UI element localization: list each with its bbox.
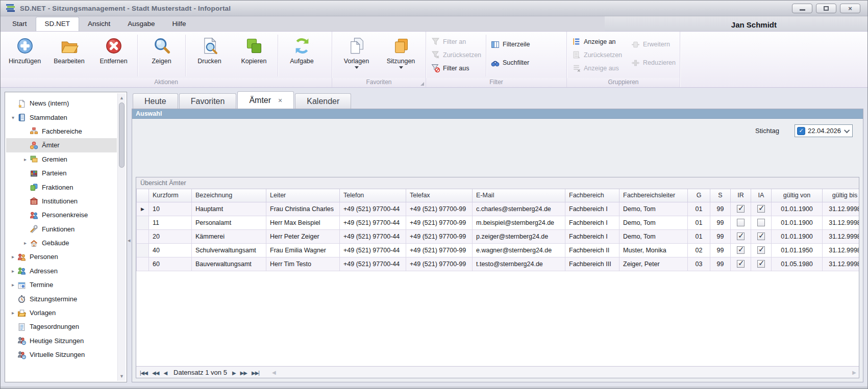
expand-arrow-icon[interactable]: ▸ [21,157,29,162]
chevron-down-icon[interactable] [844,127,850,133]
drucken-button[interactable]: Drucken [187,33,232,78]
column-header-s[interactable]: S [710,189,731,202]
persons-icon [17,253,26,261]
sidebar-item-funktionen[interactable]: Funktionen [6,222,117,236]
column-header-telefax[interactable]: Telefax [406,189,473,202]
column-header-fachbereichsleiter[interactable]: Fachbereichsleiter [619,189,688,202]
sidebar-item-gremien[interactable]: ▸Gremien [6,152,117,166]
cell-email: e.wagner@sternberg24.de [473,243,565,257]
dialog-launcher-icon[interactable] [420,82,424,86]
table-row[interactable]: 60BauverwaltungsamtHerr Tim Testo+49 (52… [137,257,859,271]
bearbeiten-button[interactable]: Bearbeiten [47,33,91,78]
hscroll-right-icon[interactable]: ▶ [852,370,856,375]
cell-gueltig_bis: 31.12.9998 [823,216,859,229]
stichtag-date-combo[interactable]: ✓ 22.04.2026 [795,124,853,137]
sidebar-scrollbar[interactable]: ▲ ▼ [117,93,126,381]
menu-tab-hilfe[interactable]: Hilfe [164,17,195,31]
sidebar-splitter[interactable]: ◂ [127,92,132,382]
sidebar-item-stammdaten[interactable]: ▾Stammdaten [6,110,117,124]
menu-tab-start[interactable]: Start [4,17,36,31]
sitzungen-button[interactable]: Sitzungen [379,33,423,78]
sidebar-item-tagesordnungen[interactable]: Tagesordnungen [6,320,117,333]
expand-arrow-icon[interactable]: ▸ [9,310,17,316]
next-page-button[interactable]: ▶▶ [240,370,247,376]
expand-arrow-icon[interactable]: ▸ [21,240,29,246]
last-record-button[interactable]: ▶▶| [252,370,259,376]
table-row[interactable]: 20KämmereiHerr Peter Zeiger+49 (521) 977… [137,229,859,243]
sidebar-item-parteien[interactable]: Parteien [6,166,117,180]
column-header-email[interactable]: E-Mail [473,189,565,202]
column-header-bezeichnung[interactable]: Bezeichnung [192,189,266,202]
column-header-g[interactable]: G [688,189,710,202]
ribbon-group-aktionen: HinzufügenBearbeitenEntfernenZeigenDruck… [1,32,332,87]
expand-arrow-icon[interactable]: ▸ [9,254,17,260]
button-label: Erweitern [643,41,670,48]
anzeige-an-button[interactable]: Anzeige an [572,37,622,46]
column-header-telefon[interactable]: Telefon [340,189,406,202]
splitter-collapse-icon[interactable]: ◂ [128,237,131,244]
sidebar-item-adressen[interactable]: ▸Adressen [6,264,117,278]
table-row[interactable]: ▶10HauptamtFrau Christina Charles+49 (52… [137,202,859,216]
kopieren-button[interactable]: Kopieren [232,33,276,78]
suchfilter-button[interactable]: Suchfilter [491,59,530,67]
table-row[interactable]: 40SchulverwaltungsamtFrau Emilia Wagner+… [137,243,859,257]
column-header-ir[interactable]: IR [731,189,751,202]
sidebar-item-heutige-sitzungen[interactable]: Heutige Sitzungen [6,334,117,348]
tab-favoriten[interactable]: Favoriten [179,93,237,109]
tab-kalender[interactable]: Kalender [295,93,351,109]
sidebar-item-termine[interactable]: ▸Termine [6,278,117,292]
menu-tab-ausgabe[interactable]: Ausgabe [119,17,163,31]
expand-arrow-icon[interactable]: ▸ [9,268,17,274]
cell-gueltig_bis: 31.12.9998 [823,257,859,271]
sidebar-item-fachbereiche[interactable]: Fachbereiche [6,124,117,138]
sidebar-item-virtuelle-sitzungen[interactable]: Virtuelle Sitzungen [6,348,117,361]
entfernen-button[interactable]: Entfernen [91,33,136,78]
scroll-down-icon[interactable]: ▼ [118,373,126,380]
scroll-up-icon[interactable]: ▲ [118,94,126,101]
column-header-fachbereich[interactable]: Fachbereich [565,189,619,202]
column-header-ia[interactable]: IA [751,189,772,202]
sidebar-item-vorlagen[interactable]: ▸Vorlagen [6,306,117,320]
prev-record-button[interactable]: ◀ [163,370,167,376]
sidebar-item-personen[interactable]: ▸Personen [6,250,117,264]
collapse-arrow-icon[interactable]: ▾ [9,115,17,120]
table-row[interactable]: 11PersonalamtHerr Max Beispiel+49 (521) … [137,216,859,229]
sidebar-item-personenkreise[interactable]: Personenkreise [6,208,117,222]
tab--mter[interactable]: Ämter× [237,91,294,109]
column-header-gueltig_von[interactable]: gültig von [772,189,823,202]
hscroll-left-icon[interactable]: ◀ [272,370,276,375]
close-button[interactable]: × [840,4,860,13]
column-header-indicator[interactable] [137,189,149,202]
cell-telefon: +49 (521) 97700-44 [340,229,406,243]
sidebar-item-institutionen[interactable]: Institutionen [6,194,117,208]
expand-arrow-icon[interactable]: ▸ [9,282,17,288]
cell-ia [751,257,772,271]
minimize-button[interactable] [792,4,812,13]
prev-page-button[interactable]: ◀◀ [152,370,159,376]
aufgabe-button[interactable]: Aufgabe [280,33,324,78]
vorlagen-button[interactable]: Vorlagen [334,33,379,78]
maximize-button[interactable] [816,4,836,13]
cell-email: c.charles@sternberg24.de [473,202,565,216]
sidebar-item-news-intern-[interactable]: News (intern) [6,96,117,110]
stichtag-checkbox[interactable]: ✓ [797,127,805,135]
filterzeile-button[interactable]: Filterzeile [491,40,530,49]
sidebar-item-fraktionen[interactable]: Fraktionen [6,180,117,194]
column-header-leiter[interactable]: Leiter [266,189,340,202]
scrollbar-thumb[interactable] [119,102,125,168]
tab-close-icon[interactable]: × [278,96,282,105]
tab-heute[interactable]: Heute [133,93,178,109]
column-header-gueltig_bis[interactable]: gültig bis [823,189,859,202]
column-header-kurzform[interactable]: Kurzform [149,189,192,202]
first-record-button[interactable]: |◀◀ [140,370,147,376]
sidebar-item-sitzungstermine[interactable]: Sitzungstermine [6,292,117,305]
menu-tab-sd-net[interactable]: SD.NET [36,17,80,31]
hinzuf-gen-button[interactable]: Hinzufügen [3,33,47,78]
menu-tab-ansicht[interactable]: Ansicht [79,17,119,31]
filter-aus-button[interactable]: Filter aus [431,64,481,72]
sidebar-item--mter[interactable]: Ämter [6,138,117,152]
sidebar-item-geb-ude[interactable]: ▸Gebäude [6,236,117,250]
zeigen-button[interactable]: Zeigen [139,33,184,78]
next-record-button[interactable]: ▶ [232,370,236,376]
cell-telefax: +49 (521) 97700-99 [406,229,473,243]
